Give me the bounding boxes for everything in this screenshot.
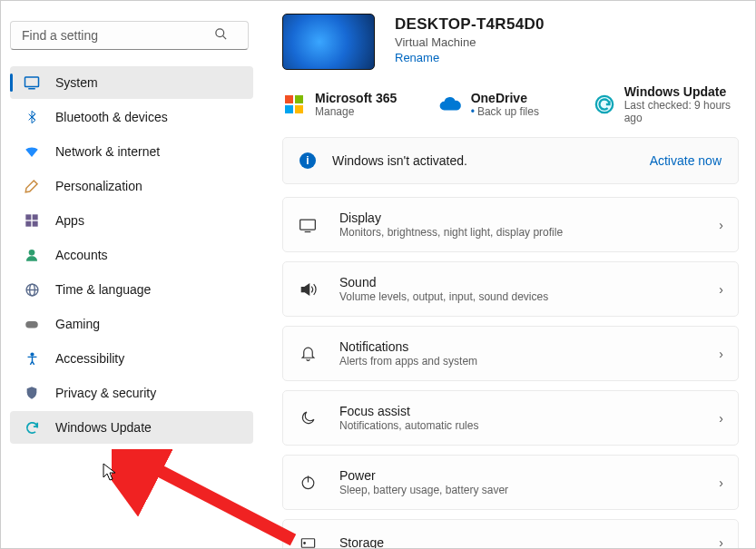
svg-rect-16 — [285, 105, 293, 113]
svg-rect-14 — [285, 95, 293, 103]
sidebar: System Bluetooth & devices Network & int… — [1, 1, 282, 548]
svg-point-8 — [29, 250, 35, 256]
tile-display[interactable]: DisplayMonitors, brightness, night light… — [282, 197, 739, 252]
sidebar-item-label: Time & language — [55, 282, 151, 297]
svg-rect-17 — [295, 105, 303, 113]
tile-sub: Sleep, battery usage, battery saver — [339, 484, 719, 496]
storage-icon — [298, 533, 318, 548]
svg-rect-6 — [25, 221, 31, 227]
sidebar-item-network[interactable]: Network & internet — [10, 135, 253, 168]
m365-icon — [282, 93, 306, 116]
display-icon — [298, 215, 318, 235]
moon-icon — [298, 408, 318, 428]
tile-sub: Volume levels, output, input, sound devi… — [339, 290, 719, 303]
svg-rect-15 — [295, 95, 303, 103]
sidebar-item-label: Accessibility — [55, 351, 124, 366]
mini-title: OneDrive — [471, 91, 539, 105]
chevron-right-icon: › — [719, 411, 723, 426]
bluetooth-icon — [23, 108, 41, 126]
chevron-right-icon: › — [719, 535, 723, 548]
sound-icon — [298, 279, 318, 299]
update-icon — [594, 93, 614, 116]
globe-icon — [23, 280, 41, 299]
tile-title: Notifications — [339, 339, 719, 354]
mini-title: Windows Update — [624, 84, 739, 99]
sidebar-item-privacy[interactable]: Privacy & security — [10, 377, 253, 409]
chevron-right-icon: › — [719, 347, 723, 361]
sidebar-item-label: Windows Update — [55, 420, 152, 435]
wallpaper-thumbnail[interactable] — [282, 14, 375, 70]
device-type: Virtual Machine — [395, 35, 545, 49]
svg-point-13 — [31, 353, 34, 356]
svg-line-1 — [222, 35, 226, 39]
device-name: DESKTOP-T4R54D0 — [395, 15, 545, 34]
activate-now-link[interactable]: Activate now — [650, 153, 722, 168]
svg-rect-5 — [33, 214, 38, 220]
main-panel: DESKTOP-T4R54D0 Virtual Machine Rename M… — [282, 1, 755, 548]
sidebar-item-label: Bluetooth & devices — [55, 110, 168, 124]
tile-notifications[interactable]: NotificationsAlerts from apps and system… — [282, 326, 739, 381]
sidebar-item-accessibility[interactable]: Accessibility — [10, 342, 253, 375]
apps-icon — [23, 211, 41, 230]
mini-card-windows-update[interactable]: Windows Update Last checked: 9 hours ago — [594, 84, 739, 124]
mini-sub: •Back up files — [471, 105, 539, 118]
sidebar-item-system[interactable]: System — [10, 66, 253, 99]
svg-rect-4 — [25, 214, 31, 220]
tile-title: Display — [339, 211, 719, 225]
svg-point-0 — [216, 29, 224, 37]
windows-update-icon — [23, 418, 41, 436]
sidebar-item-label: Gaming — [55, 317, 100, 331]
shield-icon — [23, 384, 41, 402]
tile-sub: Alerts from apps and system — [339, 355, 719, 368]
svg-rect-12 — [25, 321, 38, 328]
gaming-icon — [23, 315, 41, 333]
tile-sub: Notifications, automatic rules — [339, 419, 719, 432]
sidebar-item-time-language[interactable]: Time & language — [10, 273, 253, 306]
bell-icon — [298, 344, 318, 364]
brush-icon — [23, 177, 41, 195]
info-icon: i — [299, 152, 316, 169]
mini-card-onedrive[interactable]: OneDrive •Back up files — [438, 84, 584, 124]
system-icon — [23, 74, 41, 92]
mini-card-m365[interactable]: Microsoft 365 Manage — [282, 84, 427, 124]
search-icon — [214, 27, 228, 41]
chevron-right-icon: › — [719, 282, 723, 297]
sidebar-item-accounts[interactable]: Accounts — [10, 239, 253, 271]
mini-sub: Manage — [315, 105, 397, 118]
sidebar-item-label: Network & internet — [55, 144, 160, 159]
sidebar-item-apps[interactable]: Apps — [10, 204, 253, 237]
sidebar-item-label: System — [55, 75, 98, 90]
wifi-icon — [23, 142, 41, 161]
tile-power[interactable]: PowerSleep, battery usage, battery saver… — [282, 455, 739, 510]
banner-message: Windows isn't activated. — [332, 153, 650, 168]
sidebar-item-windows-update[interactable]: Windows Update — [10, 411, 253, 444]
svg-rect-19 — [300, 220, 316, 230]
accessibility-icon — [23, 349, 41, 368]
tile-storage[interactable]: Storage › — [282, 519, 739, 548]
sidebar-item-bluetooth[interactable]: Bluetooth & devices — [10, 101, 253, 133]
onedrive-icon — [438, 93, 462, 116]
svg-rect-7 — [33, 221, 38, 227]
mini-title: Microsoft 365 — [315, 91, 397, 105]
tile-sub: Monitors, brightness, night light, displ… — [339, 226, 719, 239]
sidebar-item-label: Accounts — [55, 248, 108, 262]
chevron-right-icon: › — [719, 218, 723, 232]
tile-title: Storage — [339, 535, 719, 549]
sidebar-item-gaming[interactable]: Gaming — [10, 308, 253, 340]
svg-point-24 — [303, 542, 305, 544]
mini-sub: Last checked: 9 hours ago — [624, 99, 739, 124]
search-input[interactable] — [10, 21, 249, 50]
tile-focus-assist[interactable]: Focus assistNotifications, automatic rul… — [282, 390, 739, 446]
person-icon — [23, 246, 41, 264]
rename-link[interactable]: Rename — [395, 51, 439, 64]
sidebar-item-personalization[interactable]: Personalization — [10, 170, 253, 202]
chevron-right-icon: › — [719, 475, 723, 490]
tile-sound[interactable]: SoundVolume levels, output, input, sound… — [282, 261, 739, 317]
sidebar-item-label: Personalization — [55, 179, 142, 193]
power-icon — [298, 473, 318, 493]
sidebar-item-label: Apps — [55, 213, 84, 228]
tile-title: Power — [339, 468, 719, 483]
tile-title: Sound — [339, 275, 719, 289]
activation-banner: i Windows isn't activated. Activate now — [282, 137, 739, 184]
svg-rect-2 — [25, 77, 39, 87]
